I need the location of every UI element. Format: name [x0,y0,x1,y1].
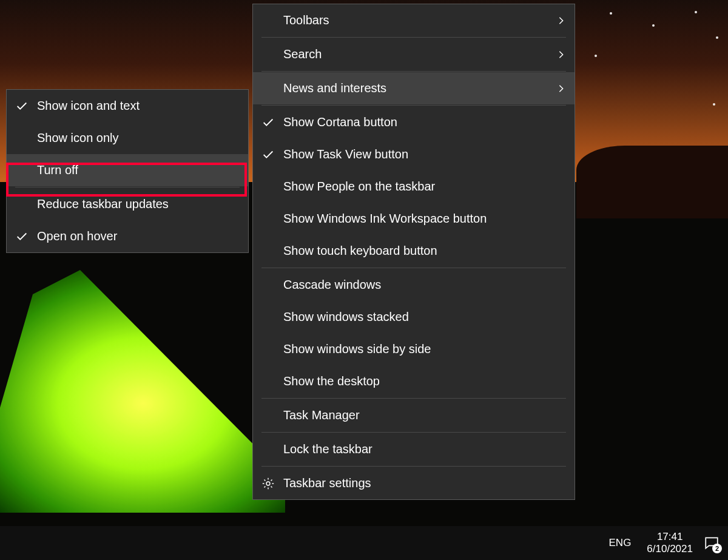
menu-item-cascade-windows[interactable]: Cascade windows [253,269,575,301]
taskbar[interactable]: ENG 17:41 6/10/2021 2 [0,526,728,560]
system-tray: ENG 17:41 6/10/2021 2 [601,526,728,560]
menu-item-label: Search [283,47,322,61]
menu-item-label: Show Windows Ink Workspace button [283,212,487,226]
menu-item-label: Show Cortana button [283,115,397,129]
menu-item-label: Turn off [37,163,78,177]
news-interests-submenu: Show icon and textShow icon onlyTurn off… [6,89,249,253]
menu-item-show-windows-stacked[interactable]: Show windows stacked [253,301,575,333]
menu-item-news-and-interests[interactable]: News and interests [253,72,575,104]
menu-item-show-windows-side-by-side[interactable]: Show windows side by side [253,333,575,365]
menu-separator [261,105,566,106]
menu-item-label: Lock the taskbar [283,442,372,456]
chevron-right-icon [556,84,566,93]
menu-separator [261,37,566,38]
chevron-right-icon [556,16,566,25]
menu-item-show-people-on-the-taskbar[interactable]: Show People on the taskbar [253,170,575,203]
check-icon [15,100,29,113]
menu-item-show-the-desktop[interactable]: Show the desktop [253,365,575,397]
menu-item-label: Show windows stacked [283,310,409,324]
menu-item-label: Toolbars [283,13,329,27]
clock[interactable]: 17:41 6/10/2021 [639,526,700,560]
menu-item-show-touch-keyboard-button[interactable]: Show touch keyboard button [253,235,575,267]
chevron-right-icon [556,50,566,59]
menu-item-toolbars[interactable]: Toolbars [253,4,575,36]
menu-item-turn-off[interactable]: Turn off [7,154,248,186]
menu-item-show-task-view-button[interactable]: Show Task View button [253,138,575,170]
menu-item-label: Reduce taskbar updates [37,197,169,211]
svg-point-0 [266,482,270,485]
menu-item-lock-the-taskbar[interactable]: Lock the taskbar [253,433,575,465]
menu-item-taskbar-settings[interactable]: Taskbar settings [253,467,575,499]
action-center-icon[interactable]: 2 [704,535,720,551]
taskbar-context-menu: ToolbarsSearchNews and interestsShow Cor… [252,4,575,500]
menu-item-label: Open on hover [37,229,117,243]
check-icon [261,116,275,129]
menu-item-reduce-taskbar-updates[interactable]: Reduce taskbar updates [7,188,248,220]
menu-item-label: Show windows side by side [283,342,431,356]
menu-separator [261,71,566,72]
menu-item-label: News and interests [283,81,386,95]
menu-separator [261,466,566,467]
menu-separator [261,398,566,399]
menu-item-label: Show the desktop [283,374,380,388]
clock-time: 17:41 [657,531,683,543]
check-icon [15,230,29,243]
language-indicator[interactable]: ENG [601,526,640,560]
menu-item-show-icon-only[interactable]: Show icon only [7,122,248,154]
menu-item-search[interactable]: Search [253,38,575,70]
menu-item-label: Show touch keyboard button [283,244,437,258]
menu-separator [261,432,566,433]
menu-item-label: Show People on the taskbar [283,180,435,194]
menu-item-label: Taskbar settings [283,476,371,490]
gear-icon [261,477,275,490]
menu-item-show-icon-and-text[interactable]: Show icon and text [7,90,248,122]
check-icon [261,148,275,161]
clock-date: 6/10/2021 [647,543,693,555]
menu-item-open-on-hover[interactable]: Open on hover [7,220,248,252]
menu-separator [15,187,240,187]
menu-item-label: Show icon and text [37,99,140,113]
menu-separator [261,268,566,268]
menu-item-show-cortana-button[interactable]: Show Cortana button [253,106,575,138]
menu-item-label: Cascade windows [283,278,381,292]
menu-item-label: Show Task View button [283,147,408,161]
menu-item-task-manager[interactable]: Task Manager [253,399,575,431]
menu-item-show-windows-ink-workspace-button[interactable]: Show Windows Ink Workspace button [253,203,575,235]
menu-item-label: Task Manager [283,408,360,422]
notification-badge: 2 [712,544,722,553]
menu-item-label: Show icon only [37,131,119,145]
